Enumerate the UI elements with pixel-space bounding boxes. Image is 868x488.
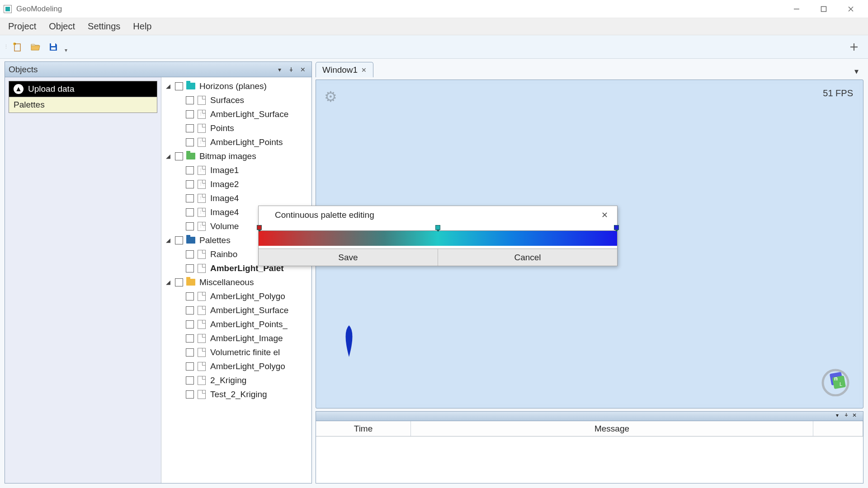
tree-checkbox[interactable] [186,376,194,385]
log-panel-header: ▾ ✕ [316,411,863,421]
tree-item[interactable]: Image4 [161,191,311,205]
tree-item-label: Points [210,123,234,133]
tree-item[interactable]: Surfaces [161,93,311,107]
sidebar-item-palettes[interactable]: Palettes [9,97,157,113]
tree-item[interactable]: Image2 [161,177,311,191]
log-col-time[interactable]: Time [316,421,411,436]
panel-pin-icon[interactable] [286,65,296,75]
tree-item[interactable]: AmberLight_Points_ [161,317,311,331]
minimize-button[interactable] [783,0,810,18]
panel-menu-icon[interactable]: ▾ [274,65,284,75]
tree-checkbox[interactable] [175,152,183,160]
menu-project[interactable]: Project [2,19,42,34]
tree-checkbox[interactable] [186,222,194,230]
tree-item[interactable]: Points [161,121,311,135]
file-icon [197,390,207,399]
tree-item[interactable]: 2_Kriging [161,373,311,387]
tree-item[interactable]: AmberLight_Polygo [161,359,311,373]
tree-checkbox[interactable] [186,320,194,328]
log-pin-icon[interactable] [844,412,852,420]
tree-item-label: AmberLight_Points_ [210,319,288,329]
toolbar-overflow[interactable]: ▾ [65,47,67,53]
tree-checkbox[interactable] [186,390,194,399]
dialog-close-button[interactable]: ✕ [596,207,613,223]
log-close-icon[interactable]: ✕ [852,412,860,420]
folder-icon [186,152,196,161]
side-list: ▲ Upload data Palettes [5,77,161,483]
tree-checkbox[interactable] [175,236,183,244]
svg-rect-1 [821,6,826,11]
tree-checkbox[interactable] [186,194,194,202]
tree-checkbox[interactable] [186,348,194,357]
tree-toggle-icon[interactable]: ◢ [164,153,172,160]
toolbar: ⋮ ✦ ▾ [0,35,868,59]
tree-item[interactable]: AmberLight_Surface [161,107,311,121]
log-menu-icon[interactable]: ▾ [836,412,844,420]
north-indicator [338,323,360,359]
tree-item[interactable]: Test_2_Kriging [161,387,311,401]
gear-icon[interactable]: ⚙ [324,88,337,105]
gradient-editor[interactable] [259,224,617,249]
tree-item[interactable]: Image1 [161,163,311,177]
log-col-message[interactable]: Message [411,421,813,436]
gradient-handle-right[interactable] [614,225,619,230]
tree-checkbox[interactable] [186,124,194,132]
svg-text:n: n [834,375,838,382]
close-button[interactable] [837,0,864,18]
tree-checkbox[interactable] [186,264,194,272]
save-button[interactable] [46,39,61,55]
file-icon [197,348,207,357]
dialog-cancel-button[interactable]: Cancel [438,249,617,266]
axis-gizmo[interactable]: n L [820,365,851,396]
tree-checkbox[interactable] [186,110,194,118]
tree-toggle-icon[interactable]: ◢ [164,83,172,89]
sidebar-item-upload[interactable]: ▲ Upload data [9,81,157,97]
tree-group[interactable]: ◢ Horizons (planes) [161,79,311,93]
tree-item[interactable]: AmberLight_Points [161,135,311,149]
tree-checkbox[interactable] [186,180,194,188]
tab-window1[interactable]: Window1 ✕ [316,62,373,77]
svg-rect-8 [51,47,56,50]
tree-checkbox[interactable] [186,250,194,258]
tree-checkbox[interactable] [186,138,194,146]
tree-checkbox[interactable] [186,334,194,343]
file-icon [197,264,207,273]
menu-object[interactable]: Object [42,19,81,34]
file-icon [197,208,207,217]
tree-item-label: 2_Kriging [210,375,246,385]
tabstrip-menu-icon[interactable]: ▾ [851,66,862,77]
gradient-handle-left[interactable] [257,225,262,230]
tree-checkbox[interactable] [175,278,183,286]
tree-item[interactable]: Volumetric finite el [161,345,311,359]
tree-item[interactable]: AmberLight_Surface [161,303,311,317]
tree-item-label: AmberLight_Points [210,137,283,147]
new-file-button[interactable]: ✦ [9,39,25,55]
tree-group[interactable]: ◢ Miscellaneous [161,275,311,289]
gradient-handle-mid[interactable] [435,225,440,230]
menu-settings[interactable]: Settings [81,19,127,34]
gradient-bar[interactable] [259,230,617,246]
open-file-button[interactable] [28,39,43,55]
tree-item-label: Test_2_Kriging [210,389,267,399]
tree-checkbox[interactable] [175,82,183,90]
menu-help[interactable]: Help [127,19,158,34]
tree-checkbox[interactable] [186,292,194,300]
tree-item[interactable]: AmberLight_Image [161,331,311,345]
tree-group[interactable]: ◢ Bitmap images [161,149,311,163]
tree-checkbox[interactable] [186,96,194,104]
panel-close-icon[interactable]: ✕ [298,65,308,75]
window-titlebar: GeoModeling [0,0,868,18]
dialog-save-button[interactable]: Save [259,249,438,266]
tree-checkbox[interactable] [186,208,194,216]
add-button[interactable] [846,39,862,55]
tree-toggle-icon[interactable]: ◢ [164,279,172,286]
tree-checkbox[interactable] [186,306,194,314]
tree-toggle-icon[interactable]: ◢ [164,237,172,244]
tree-item[interactable]: AmberLight_Polygo [161,289,311,303]
dialog-titlebar[interactable]: Continuous palette editing ✕ [259,206,617,224]
tree-checkbox[interactable] [186,362,194,371]
maximize-button[interactable] [810,0,837,18]
tab-close-icon[interactable]: ✕ [361,66,367,74]
tab-label: Window1 [322,65,358,75]
tree-checkbox[interactable] [186,166,194,174]
